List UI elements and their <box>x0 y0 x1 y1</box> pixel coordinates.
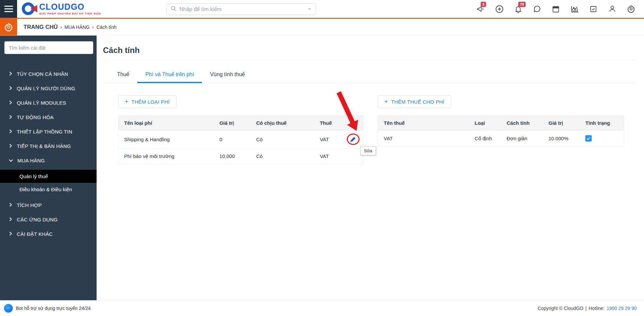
copyright-text: Copyright © CloudGO <box>538 306 583 311</box>
sidebar-item-label: THIẾT LẬP THÔNG TIN <box>17 129 72 135</box>
app-window: CLOUDGO GIẢI PHÁP CHUYỂN ĐỔI SỐ TINH GỌN… <box>0 0 644 316</box>
add-tax-for-fee-button[interactable]: + THÊM THUẾ CHO PHÍ <box>378 95 451 108</box>
sidebar-subitem-quan-ly-thue[interactable]: Quản lý thuế <box>0 170 97 183</box>
user-profile-icon[interactable] <box>608 5 616 13</box>
edit-pencil-icon[interactable] <box>349 135 357 143</box>
search-icon <box>171 6 176 13</box>
fees-panel: + THÊM LOẠI PHÍ Tên loại phí Giá trị Có … <box>118 95 363 164</box>
notifications-bell-icon[interactable]: 79 <box>514 5 523 13</box>
table-row: Shipping & Handling 0 Có VAT <box>118 130 363 149</box>
sidebar-item-cai-dat-khac[interactable]: CÀI ĐẶT KHÁC <box>0 227 97 241</box>
logo-text: CLOUDGO <box>39 3 101 11</box>
settings-gear-icon[interactable] <box>627 5 635 13</box>
global-search-input[interactable] <box>179 6 304 12</box>
calendar-icon[interactable] <box>551 5 560 13</box>
sidebar-search-input[interactable] <box>4 41 93 54</box>
sidebar-item-tich-hop[interactable]: TÍCH HỢP <box>0 198 97 212</box>
chevron-right-icon <box>9 86 12 91</box>
add-fee-type-label: THÊM LOẠI PHÍ <box>131 99 170 105</box>
hotline-number-link[interactable]: 1900 29 29 90 <box>606 306 637 311</box>
sidebar-item-label: TIẾP THỊ & BÁN HÀNG <box>17 143 71 149</box>
taxes-table: Tên thuế Loại Cách tính Giá trị Tình trạ… <box>378 115 624 147</box>
tax-value: 10.000% <box>543 130 580 147</box>
tax-col-status: Tình trạng <box>580 116 624 130</box>
add-tax-for-fee-label: THÊM THUẾ CHO PHÍ <box>391 99 444 105</box>
fee-value: 0 <box>214 130 250 149</box>
announcements-icon[interactable]: 3 <box>476 5 485 13</box>
chevron-right-icon <box>9 231 12 237</box>
breadcrumb-bar: TRANG CHỦ › MUA HÀNG › Cách tính <box>0 19 644 36</box>
sidebar-item-label: CÁC ỨNG DỤNG <box>17 217 58 222</box>
table-row: Phí bảo vệ môi trường 10,000 Có VAT <box>118 148 363 164</box>
tax-col-type: Loại <box>469 116 501 130</box>
breadcrumb-page: Cách tính <box>96 24 116 30</box>
chat-icon[interactable] <box>533 5 541 13</box>
sidebar-item-quan-ly-nguoi-dung[interactable]: QUẢN LÝ NGƯỜI DÙNG <box>0 81 97 96</box>
analytics-icon[interactable] <box>570 5 579 13</box>
cloudgo-logo[interactable]: CLOUDGO GIẢI PHÁP CHUYỂN ĐỔI SỐ TINH GỌN <box>22 0 101 18</box>
add-fee-type-button[interactable]: + THÊM LOẠI PHÍ <box>118 95 176 108</box>
sidebar-item-cac-ung-dung[interactable]: CÁC ỨNG DỤNG <box>0 212 97 227</box>
fee-taxable: Có <box>251 148 314 164</box>
tab-phi-va-thue-tren-phi[interactable]: Phí và Thuế trên phí <box>137 68 202 83</box>
messenger-icon[interactable] <box>4 304 13 313</box>
sidebar-subitem-dieu-khoan-dieu-kien[interactable]: Điều khoản & Điều kiện <box>0 183 97 196</box>
chevron-right-icon <box>9 217 12 222</box>
tab-bar: Thuế Phí và Thuế trên phí Vùng tính thuế <box>103 68 636 83</box>
sidebar-item-tiep-thi-ban-hang[interactable]: TIẾP THỊ & BÁN HÀNG <box>0 139 97 153</box>
sidebar-item-label: TÙY CHỌN CÁ NHÂN <box>17 71 68 77</box>
fee-value: 10,000 <box>214 148 250 164</box>
sidebar-item-label: MUA HÀNG <box>17 158 45 163</box>
settings-module-icon[interactable] <box>0 19 17 35</box>
sidebar-subitem-label: Điều khoản & Điều kiện <box>19 187 72 192</box>
sidebar-item-label: TÍCH HỢP <box>17 202 42 208</box>
chevron-right-icon <box>9 129 12 135</box>
sidebar-item-label: QUẢN LÝ NGƯỜI DÙNG <box>17 86 75 91</box>
sidebar-item-thiet-lap-thong-tin[interactable]: THIẾT LẬP THÔNG TIN <box>0 124 97 139</box>
settings-sidebar: TÙY CHỌN CÁ NHÂN QUẢN LÝ NGƯỜI DÙNG QUẢN… <box>0 36 97 300</box>
chevron-down-icon[interactable] <box>307 6 312 12</box>
sidebar-subitem-label: Quản lý thuế <box>19 173 48 179</box>
fee-taxable: Có <box>251 130 314 149</box>
breadcrumb-separator: › <box>92 24 94 30</box>
tax-type: Cố định <box>469 130 501 147</box>
page-title: Cách tính <box>103 46 644 55</box>
topbar-icon-group: 3 79 <box>476 0 644 18</box>
sidebar-item-quan-ly-modules[interactable]: QUẢN LÝ MODULES <box>0 96 97 110</box>
tax-status-checkbox[interactable] <box>585 135 592 142</box>
tab-thue[interactable]: Thuế <box>109 68 137 83</box>
fee-col-tax: Thuế <box>314 116 343 130</box>
chevron-right-icon <box>9 100 12 106</box>
tax-col-name: Tên thuế <box>378 116 469 130</box>
sidebar-item-tu-dong-hoa[interactable]: TỰ ĐỘNG HÓA <box>0 110 97 124</box>
breadcrumb-section[interactable]: MUA HÀNG <box>64 24 90 30</box>
fee-col-name: Tên loại phí <box>118 116 214 130</box>
notifications-badge: 79 <box>518 2 526 7</box>
footer-bar: Bot hỗ trợ sử dụng trực tuyến 24/24 Copy… <box>0 300 644 316</box>
sidebar-item-label: TỰ ĐỘNG HÓA <box>17 114 54 120</box>
tax-col-method: Cách tính <box>501 116 543 130</box>
logo-tagline: GIẢI PHÁP CHUYỂN ĐỔI SỐ TINH GỌN <box>39 12 101 15</box>
cloudgo-logo-icon <box>22 2 37 16</box>
sidebar-item-mua-hang[interactable]: MUA HÀNG <box>0 153 97 168</box>
tax-col-value: Giá trị <box>543 116 580 130</box>
tab-vung-tinh-thue[interactable]: Vùng tính thuế <box>202 68 253 83</box>
hamburger-menu-button[interactable] <box>0 0 17 18</box>
chevron-right-icon <box>9 143 12 149</box>
edit-tooltip: Sửa <box>360 146 376 155</box>
chevron-right-icon <box>9 114 12 120</box>
fee-name: Shipping & Handling <box>118 130 214 149</box>
plus-icon: + <box>125 99 128 105</box>
fee-tax: VAT <box>314 148 343 164</box>
tasks-icon[interactable] <box>589 5 598 13</box>
quick-create-icon[interactable] <box>495 5 504 13</box>
tax-name: VAT <box>378 130 469 147</box>
fee-types-table: Tên loại phí Giá trị Có chịu thuế Thuế S… <box>118 115 363 164</box>
breadcrumb-home[interactable]: TRANG CHỦ <box>23 24 58 31</box>
breadcrumb-separator: › <box>60 24 62 30</box>
fee-name: Phí bảo vệ môi trường <box>118 148 214 164</box>
tax-method: Đơn giản <box>501 130 543 147</box>
global-search[interactable] <box>166 3 316 15</box>
announcements-badge: 3 <box>481 2 486 7</box>
sidebar-item-tuy-chon-ca-nhan[interactable]: TÙY CHỌN CÁ NHÂN <box>0 67 97 81</box>
